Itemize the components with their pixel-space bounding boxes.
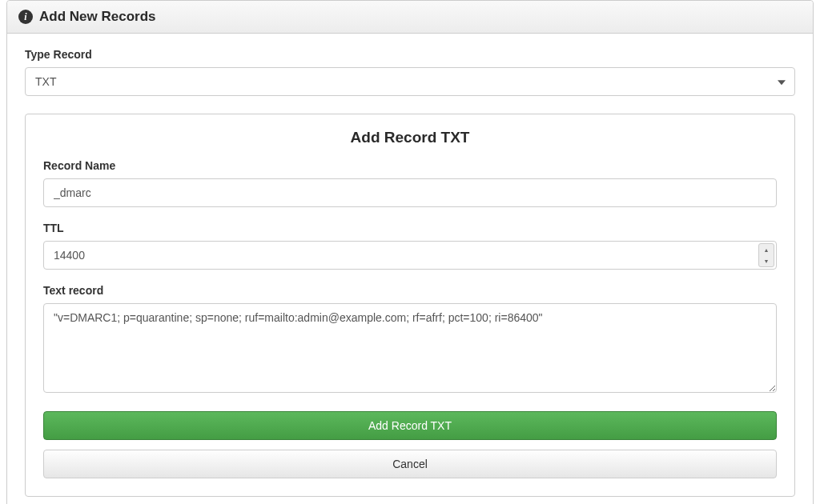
type-record-select[interactable]: TXT	[25, 67, 795, 96]
type-record-label: Type Record	[25, 48, 795, 61]
type-record-select-wrap: TXT	[25, 67, 795, 96]
panel-title: Add New Records	[39, 9, 155, 25]
panel-body: Type Record TXT Add Record TXT Record Na…	[7, 34, 813, 504]
record-name-block: Record Name	[43, 159, 777, 207]
record-name-label: Record Name	[43, 159, 777, 172]
record-form-panel: Add Record TXT Record Name TTL ▲▼ Text r…	[25, 114, 795, 497]
ttl-block: TTL ▲▼	[43, 222, 777, 270]
form-title: Add Record TXT	[43, 129, 777, 146]
cancel-button[interactable]: Cancel	[43, 450, 777, 478]
ttl-label: TTL	[43, 222, 777, 234]
type-record-block: Type Record TXT	[25, 48, 795, 96]
text-record-textarea[interactable]	[43, 303, 777, 393]
add-records-panel: i Add New Records Type Record TXT Add Re…	[6, 0, 814, 504]
add-record-button[interactable]: Add Record TXT	[43, 411, 777, 440]
record-name-input[interactable]	[43, 178, 777, 207]
text-record-label: Text record	[43, 284, 777, 297]
info-icon: i	[18, 10, 33, 24]
panel-header: i Add New Records	[7, 1, 813, 34]
ttl-input-wrap: ▲▼	[43, 241, 777, 270]
text-record-block: Text record	[43, 284, 777, 395]
ttl-input[interactable]	[43, 241, 777, 270]
button-group: Add Record TXT Cancel	[43, 411, 777, 478]
